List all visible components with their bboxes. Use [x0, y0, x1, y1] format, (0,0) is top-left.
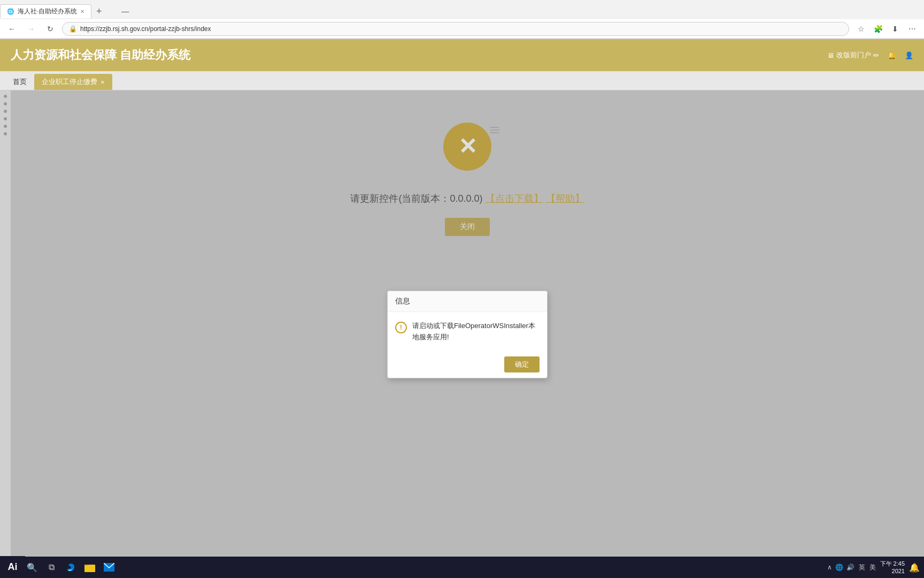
- old-portal-btn[interactable]: 🖥 改版前门户 ✏: [827, 50, 879, 60]
- ai-badge[interactable]: Ai: [0, 556, 25, 578]
- side-nav: [0, 90, 11, 578]
- info-dialog: 信息 ! 请启动或下载FileOperatorWSInstaller本地服务应用…: [387, 291, 548, 379]
- main-content: ✕ 请更新控件(当前版本：0.0.0.0) 【点击下载】 【帮助】 关闭 信息: [11, 90, 924, 578]
- file-explorer-btn[interactable]: [81, 559, 98, 576]
- notification-btn[interactable]: 🔔: [888, 51, 896, 59]
- edge-taskbar-btn[interactable]: [62, 559, 79, 576]
- dialog-footer: 确定: [388, 351, 547, 378]
- side-nav-dot-1: [4, 95, 7, 98]
- system-tray: ∧ 🌐 🔊: [827, 564, 854, 571]
- side-nav-dot-5: [4, 125, 7, 128]
- lang-indicator[interactable]: 英: [859, 563, 865, 572]
- forward-btn[interactable]: →: [24, 21, 38, 36]
- mail-taskbar-btn[interactable]: [101, 559, 118, 576]
- modal-overlay: 信息 ! 请启动或下载FileOperatorWSInstaller本地服务应用…: [11, 90, 924, 578]
- minimize-btn[interactable]: —: [117, 5, 133, 18]
- browser-toolbar: ☆ 🧩 ⬇ ⋯: [853, 21, 920, 36]
- monitor-icon: 🖥: [827, 51, 834, 59]
- taskbar-clock[interactable]: 下午 2:45 2021: [880, 560, 905, 575]
- edit-icon: ✏: [873, 51, 879, 59]
- dialog-title: 信息: [395, 296, 410, 305]
- task-view-btn[interactable]: ⧉: [43, 559, 60, 576]
- tab-favicon: 🌐: [7, 8, 14, 15]
- main-layout: ✕ 请更新控件(当前版本：0.0.0.0) 【点击下载】 【帮助】 关闭 信息: [0, 90, 924, 578]
- side-nav-dot-6: [4, 132, 7, 135]
- taskbar-date: 2021: [880, 567, 905, 575]
- taskbar-right: ∧ 🌐 🔊 英 美 下午 2:45 2021 🔔: [827, 560, 920, 575]
- tab-close-x[interactable]: ×: [101, 78, 105, 86]
- old-portal-label: 改版前门户: [836, 50, 871, 60]
- active-nav-tab[interactable]: 企业职工停止缴费 ×: [34, 74, 112, 90]
- user-icon: 👤: [905, 51, 913, 59]
- settings-icon[interactable]: ⋯: [905, 21, 920, 36]
- layout-indicator: 美: [869, 563, 876, 572]
- tab-close-btn[interactable]: ✕: [80, 9, 84, 14]
- url-input[interactable]: 🔒 https://zzjb.rsj.sh.gov.cn/portal-zzjb…: [62, 22, 849, 36]
- download-icon[interactable]: ⬇: [888, 21, 903, 36]
- chevron-up-tray-icon[interactable]: ∧: [827, 564, 832, 571]
- dialog-header: 信息: [388, 291, 547, 312]
- tab-title: 海人社·自助经办系统: [18, 7, 77, 16]
- dialog-body: ! 请启动或下载FileOperatorWSInstaller本地服务应用!: [388, 312, 547, 352]
- confirm-button[interactable]: 确定: [504, 356, 540, 372]
- home-tab-label: 首页: [13, 78, 27, 86]
- notification-tray-btn[interactable]: 🔔: [909, 562, 920, 573]
- side-nav-dot-2: [4, 102, 7, 105]
- search-taskbar-btn[interactable]: 🔍: [24, 559, 41, 576]
- dialog-message: 请启动或下载FileOperatorWSInstaller本地服务应用!: [412, 321, 540, 343]
- app-title: 人力资源和社会保障 自助经办系统: [11, 47, 190, 63]
- bell-icon: 🔔: [888, 51, 896, 59]
- taskbar: 🔍 ⧉ ∧ 🌐 🔊 英 美 下午 2:45 2021: [0, 557, 924, 578]
- active-tab[interactable]: 🌐 海人社·自助经办系统 ✕: [0, 4, 91, 18]
- url-text: https://zzjb.rsj.sh.gov.cn/portal-zzjb-s…: [80, 25, 211, 33]
- app-header: 人力资源和社会保障 自助经办系统 🖥 改版前门户 ✏ 🔔 👤: [0, 39, 924, 71]
- nav-tabs: 首页 企业职工停止缴费 ×: [0, 71, 924, 90]
- browser-chrome: 🌐 海人社·自助经办系统 ✕ + — ← → ↻ 🔒 https://zzjb.…: [0, 0, 924, 39]
- network-tray-icon[interactable]: 🌐: [835, 564, 843, 571]
- back-btn[interactable]: ←: [4, 21, 19, 36]
- extensions-icon[interactable]: 🧩: [871, 21, 886, 36]
- favorites-icon[interactable]: ☆: [853, 21, 868, 36]
- side-nav-dot-3: [4, 110, 7, 113]
- user-btn[interactable]: 👤: [905, 51, 913, 59]
- side-nav-dot-4: [4, 117, 7, 120]
- active-tab-label: 企业职工停止缴费: [42, 77, 97, 87]
- new-tab-btn[interactable]: +: [91, 4, 106, 19]
- speaker-tray-icon[interactable]: 🔊: [846, 564, 854, 571]
- warning-icon: !: [395, 322, 407, 333]
- home-tab[interactable]: 首页: [5, 74, 34, 90]
- header-right: 🖥 改版前门户 ✏ 🔔 👤: [827, 50, 913, 60]
- address-bar: ← → ↻ 🔒 https://zzjb.rsj.sh.gov.cn/porta…: [0, 19, 924, 39]
- taskbar-time: 下午 2:45: [880, 560, 905, 567]
- ai-label: Ai: [8, 561, 18, 573]
- reload-btn[interactable]: ↻: [43, 21, 58, 36]
- tab-bar: 🌐 海人社·自助经办系统 ✕ + —: [0, 0, 924, 19]
